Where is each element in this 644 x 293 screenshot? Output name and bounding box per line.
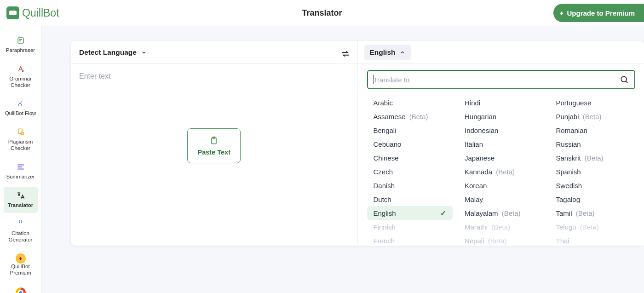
sidebar-item-paraphraser[interactable]: Paraphraser	[4, 32, 38, 58]
summarizer-icon	[16, 162, 26, 172]
beta-tag: (Beta)	[489, 223, 510, 231]
sidebar-item-summarizer[interactable]: Summarizer	[4, 158, 38, 185]
swap-languages-button[interactable]	[339, 47, 352, 60]
language-name: Italian	[465, 140, 483, 148]
paraphraser-icon	[16, 35, 26, 46]
detect-language-button[interactable]: Detect Language	[79, 48, 147, 57]
language-name: Romanian	[556, 126, 587, 134]
language-column: ArabicAssamese (Beta)BengaliCebuanoChine…	[367, 96, 453, 246]
language-option[interactable]: Chinese	[367, 151, 453, 165]
source-text-input[interactable]: Enter text	[71, 64, 357, 89]
paste-text-label: Paste Text	[198, 149, 230, 156]
sidebar-item-label: Summarizer	[6, 174, 35, 180]
language-option[interactable]: Dutch	[367, 192, 453, 206]
language-option[interactable]: Assamese (Beta)	[367, 109, 453, 123]
sidebar-item-label: Paraphraser	[6, 47, 35, 54]
search-icon	[620, 75, 629, 84]
language-option[interactable]: Malayalam (Beta)	[458, 206, 544, 220]
language-name: Russian	[556, 140, 581, 148]
language-option[interactable]: Korean	[458, 178, 544, 192]
check-icon: ✓	[440, 209, 446, 218]
language-option[interactable]: Marathi (Beta)	[458, 220, 544, 234]
language-option[interactable]: Hungarian	[458, 109, 544, 123]
language-name: Finnish	[374, 223, 396, 231]
language-option[interactable]: Tamil (Beta)	[550, 206, 636, 220]
language-option[interactable]: Sanskrit (Beta)	[550, 151, 636, 165]
sidebar-item-label: Plagiarism Checker	[5, 139, 37, 152]
paste-text-button[interactable]: Paste Text	[187, 128, 241, 163]
language-name: Assamese (Beta)	[374, 113, 428, 121]
language-name: Tagalog	[556, 195, 581, 203]
language-column: PortuguesePunjabi (Beta)RomanianRussianS…	[550, 96, 636, 246]
language-option[interactable]: Swedish	[550, 178, 636, 192]
upgrade-premium-button[interactable]: ♦ Upgrade to Premium	[553, 4, 644, 22]
language-name: Malayalam (Beta)	[465, 209, 521, 217]
language-name: Malay	[465, 195, 483, 203]
language-option[interactable]: Malay	[458, 192, 544, 206]
language-name: Sanskrit (Beta)	[556, 154, 604, 162]
plagiarism-icon	[16, 127, 26, 137]
language-option[interactable]: Italian	[458, 137, 544, 151]
language-option[interactable]: Indonesian	[458, 123, 544, 137]
sidebar-item-grammar-checker[interactable]: Grammar Checker	[4, 60, 38, 93]
detect-language-label: Detect Language	[79, 48, 137, 57]
sidebar-item-translator[interactable]: Translator	[4, 187, 38, 213]
language-option[interactable]: Spanish	[550, 165, 636, 178]
language-option[interactable]: Thai	[550, 234, 636, 246]
language-name: Chinese	[374, 154, 399, 162]
language-option[interactable]: Japanese	[458, 151, 544, 165]
language-option[interactable]: Danish	[367, 178, 453, 192]
target-language-button[interactable]: English	[364, 45, 411, 60]
language-option[interactable]: Arabic	[367, 96, 453, 109]
translator-card: Detect Language Enter text Paste Text	[71, 41, 644, 246]
language-option[interactable]: English✓	[367, 206, 453, 220]
language-option[interactable]: Finnish	[367, 220, 453, 234]
grammar-icon	[16, 64, 26, 74]
language-search-wrap[interactable]	[367, 70, 636, 89]
source-panel: Detect Language Enter text Paste Text	[71, 41, 358, 246]
language-option[interactable]: Nepali (Beta)	[458, 234, 544, 246]
beta-tag: (Beta)	[486, 237, 507, 245]
language-option[interactable]: Tagalog	[550, 192, 636, 206]
language-option[interactable]: Kannada (Beta)	[458, 165, 544, 178]
sidebar: Paraphraser Grammar Checker QuillBot Flo…	[0, 26, 41, 293]
language-option[interactable]: Russian	[550, 137, 636, 151]
language-option[interactable]: Portuguese	[550, 96, 636, 109]
beta-tag: (Beta)	[581, 113, 602, 121]
sidebar-item-quillbot-flow[interactable]: QuillBot Flow	[4, 95, 38, 121]
language-option[interactable]: Romanian	[550, 123, 636, 137]
beta-tag: (Beta)	[408, 113, 428, 121]
language-name: Marathi (Beta)	[465, 223, 510, 231]
chrome-icon	[16, 287, 26, 293]
logo-icon	[6, 6, 19, 19]
language-name: Indonesian	[465, 126, 498, 134]
sidebar-item-plagiarism-checker[interactable]: Plagiarism Checker	[4, 123, 38, 156]
language-name: English	[374, 209, 396, 217]
language-grid: ArabicAssamese (Beta)BengaliCebuanoChine…	[367, 96, 636, 246]
sidebar-item-quillbot-premium[interactable]: ♦ QuillBot Premium	[4, 250, 38, 281]
language-option[interactable]: Punjabi (Beta)	[550, 109, 636, 123]
language-option[interactable]: Bengali	[367, 123, 453, 137]
language-option[interactable]: Hindi	[458, 96, 544, 109]
language-name: Thai	[556, 237, 569, 245]
sidebar-item-label: QuillBot Flow	[5, 110, 36, 117]
language-option[interactable]: Cebuano	[367, 137, 453, 151]
header: QuillBot Translator ♦ Upgrade to Premium	[0, 0, 644, 26]
logo[interactable]: QuillBot	[6, 6, 59, 19]
language-name: Spanish	[556, 168, 581, 176]
language-name: French	[374, 237, 395, 245]
beta-tag: (Beta)	[583, 154, 604, 162]
language-column: HindiHungarianIndonesianItalianJapaneseK…	[458, 96, 544, 246]
language-option[interactable]: Czech	[367, 165, 453, 178]
sidebar-item-chrome-extension[interactable]	[4, 284, 38, 293]
language-search-input[interactable]	[374, 76, 620, 84]
source-panel-head: Detect Language	[71, 41, 357, 64]
language-name: Japanese	[465, 154, 494, 162]
language-option[interactable]: Telugu (Beta)	[550, 220, 636, 234]
beta-tag: (Beta)	[574, 209, 595, 217]
sidebar-item-citation-generator[interactable]: “ Citation Generator	[4, 215, 38, 248]
language-option[interactable]: French	[367, 234, 453, 246]
sidebar-item-label: QuillBot Premium	[5, 264, 37, 276]
target-language-label: English	[370, 48, 396, 57]
svg-point-5	[621, 76, 627, 82]
